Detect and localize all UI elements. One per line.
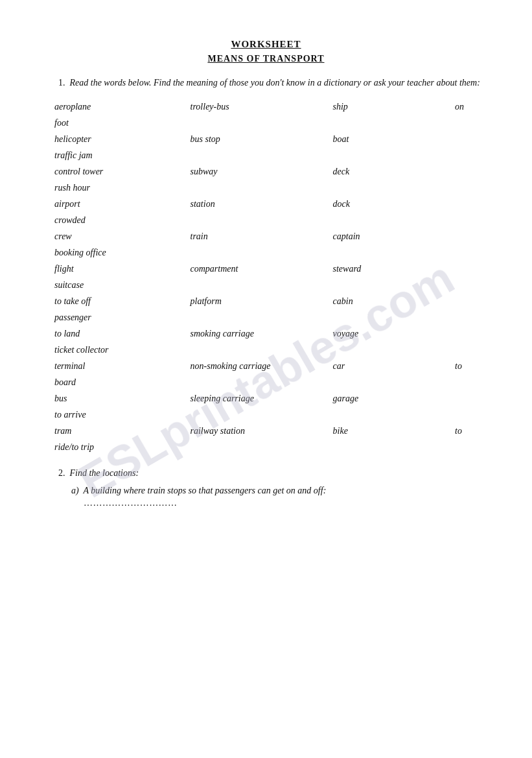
table-row: to take offplatformcabin (52, 293, 493, 309)
table-row: crewtraincaptain (52, 228, 493, 244)
table-row: terminalnon-smoking carriagecarto (52, 358, 493, 374)
instruction-1: 1. Read the words below. Find the meanin… (45, 76, 487, 89)
table-row: to arrive (52, 407, 493, 423)
page-subtitle: MEANS OF TRANSPORT (45, 54, 487, 64)
table-row: tramrailway stationbiketo (52, 423, 493, 439)
section-2-title: 2. Find the locations: (58, 468, 487, 479)
table-row: control towersubwaydeck (52, 163, 493, 180)
table-row: to landsmoking carriagevoyage (52, 326, 493, 342)
table-row: suitcase (52, 277, 493, 293)
table-row: foot (52, 115, 493, 131)
table-row: traffic jam (52, 147, 493, 163)
section-2a: a) A building where train stops so that … (58, 484, 487, 498)
table-row: flightcompartmentsteward (52, 261, 493, 277)
table-row: booking office (52, 244, 493, 261)
table-row: ride/to trip (52, 439, 493, 455)
table-row: rush hour (52, 180, 493, 196)
table-row: board (52, 374, 493, 390)
table-row: airportstationdock (52, 196, 493, 212)
table-row: bussleeping carriagegarage (52, 390, 493, 407)
table-row: helicopterbus stopboat (52, 131, 493, 147)
page-title: WORKSHEET (45, 39, 487, 50)
table-row: ticket collector (52, 342, 493, 358)
section-2: 2. Find the locations: a) A building whe… (45, 468, 487, 508)
table-row: crowded (52, 212, 493, 228)
answer-dots: ………………………… (58, 498, 487, 508)
table-row: aeroplanetrolley-busshipon (52, 99, 493, 115)
vocabulary-table: aeroplanetrolley-busshiponfoothelicopter… (52, 99, 493, 455)
table-row: passenger (52, 309, 493, 326)
